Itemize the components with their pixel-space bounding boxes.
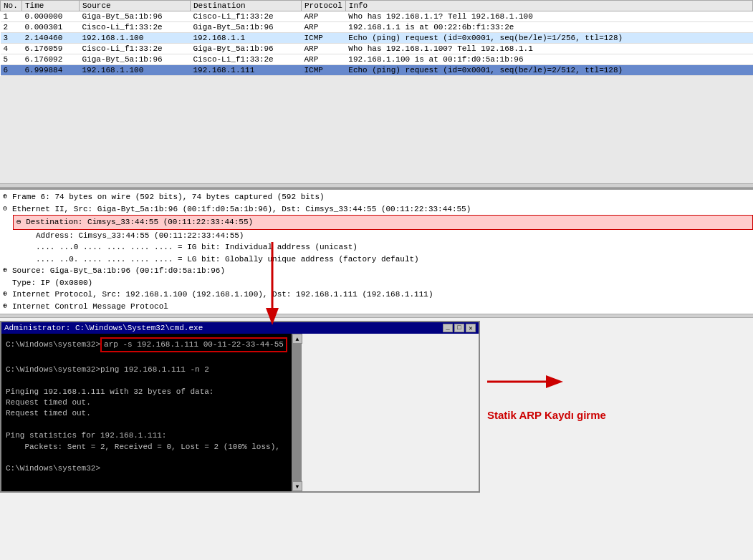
- cmd-line-packets: Packets: Sent = 2, Received = 0, Lost = …: [6, 442, 287, 453]
- table-cell-0: 5: [1, 54, 22, 65]
- table-cell-4: ARP: [302, 11, 346, 22]
- destination-highlight: ⊖ Destination: Cimsys_33:44:55 (00:11:22…: [13, 215, 753, 230]
- table-row[interactable]: 32.140460192.168.1.100192.168.1.1ICMPEch…: [1, 33, 753, 44]
- table-cell-3: Giga-Byt_5a:1b:96: [191, 44, 302, 54]
- table-cell-1: 6.999884: [22, 65, 80, 76]
- frame-detail-text: Frame 6: 74 bytes on wire (592 bits), 74…: [12, 191, 325, 203]
- expand-icon-ip[interactable]: ⊕: [3, 289, 10, 299]
- section-divider-2: [0, 314, 753, 318]
- col-protocol: Protocol: [302, 1, 346, 11]
- table-row[interactable]: 20.000301Cisco-Li_f1:33:2eGiga-Byt_5a:1b…: [1, 22, 753, 33]
- cmd-minimize-button[interactable]: _: [443, 324, 453, 332]
- expand-icon-source[interactable]: ⊕: [3, 265, 10, 276]
- table-cell-4: ARP: [302, 22, 346, 33]
- table-row[interactable]: 56.176092Giga-Byt_5a:1b:96Cisco-Li_f1:33…: [1, 54, 753, 65]
- col-info: Info: [345, 1, 752, 11]
- expand-icon-icmp[interactable]: ⊕: [3, 301, 10, 312]
- cmd-titlebar-buttons: _ □ ✕: [443, 324, 476, 332]
- icmp-detail-text: Internet Control Message Protocol: [12, 301, 168, 313]
- type-detail-line: ⊕ Type: IP (0x0800): [0, 277, 753, 289]
- cmd-window: Administrator: C:\Windows\System32\cmd.e…: [0, 321, 480, 493]
- cmd-body: C:\Windows\system32>arp -s 192.168.1.111…: [1, 334, 292, 491]
- cmd-title: Administrator: C:\Windows\System32\cmd.e…: [4, 324, 203, 332]
- table-row[interactable]: 46.176059Cisco-Li_f1:33:2eGiga-Byt_5a:1b…: [1, 44, 753, 54]
- cmd-arp-command-box: arp -s 192.168.1.111 00-11-22-33-44-55: [100, 337, 287, 352]
- table-cell-4: ARP: [302, 44, 346, 54]
- table-cell-3: 192.168.1.111: [191, 65, 302, 76]
- empty-area: [0, 76, 753, 183]
- table-cell-2: Giga-Byt_5a:1b:96: [80, 54, 191, 65]
- cmd-maximize-button[interactable]: □: [454, 324, 464, 332]
- frame-detail-line[interactable]: ⊕ Frame 6: 74 bytes on wire (592 bits), …: [0, 191, 753, 203]
- table-cell-3: Giga-Byt_5a:1b:96: [191, 22, 302, 33]
- table-cell-0: 6: [1, 65, 22, 76]
- packet-table: No. Time Source Destination Protocol Inf…: [0, 0, 753, 76]
- ip-detail-line[interactable]: ⊕ Internet Protocol, Src: 192.168.1.100 …: [0, 289, 753, 301]
- table-cell-0: 2: [1, 22, 22, 33]
- cmd-line-pinging: Pinging 192.168.1.111 with 32 bytes of d…: [6, 387, 287, 397]
- table-cell-3: Cisco-Li_f1:33:2e: [191, 54, 302, 65]
- cmd-scrollbar[interactable]: ▲ ▼: [292, 334, 302, 491]
- table-cell-4: ARP: [302, 54, 346, 65]
- table-cell-0: 1: [1, 11, 22, 22]
- table-cell-5: Who has 192.168.1.1? Tell 192.168.1.100: [345, 11, 752, 22]
- table-cell-1: 6.176092: [22, 54, 80, 65]
- cmd-close-button[interactable]: ✕: [466, 324, 476, 332]
- table-cell-4: ICMP: [302, 65, 346, 76]
- table-cell-3: 192.168.1.1: [191, 33, 302, 44]
- table-cell-2: 192.168.1.100: [80, 65, 191, 76]
- source-detail-line[interactable]: ⊕ Source: Giga-Byt_5a:1b:96 (00:1f:d0:5a…: [0, 265, 753, 277]
- lg-line: .... ..0. .... .... .... .... = LG bit: …: [13, 254, 753, 266]
- table-cell-0: 3: [1, 33, 22, 44]
- col-source: Source: [80, 1, 191, 11]
- table-cell-2: Cisco-Li_f1:33:2e: [80, 22, 191, 33]
- table-cell-5: Echo (ping) request (id=0x0001, seq(be/l…: [345, 33, 752, 44]
- cmd-container: Administrator: C:\Windows\System32\cmd.e…: [0, 321, 753, 493]
- cmd-annotation: Statik ARP Kaydı girme: [487, 409, 606, 421]
- table-cell-2: Giga-Byt_5a:1b:96: [80, 11, 191, 22]
- type-detail-text: Type: IP (0x0800): [12, 277, 92, 289]
- expand-icon-destination[interactable]: ⊖: [16, 218, 21, 226]
- table-cell-1: 0.000301: [22, 22, 80, 33]
- cmd-line-timeout1: Request timed out.: [6, 397, 287, 408]
- table-cell-0: 4: [1, 44, 22, 54]
- cmd-line-ping: C:\Windows\system32>ping 192.168.1.111 -…: [6, 365, 287, 375]
- col-no: No.: [1, 1, 22, 11]
- cmd-line-final-prompt: C:\Windows\system32>: [6, 463, 287, 474]
- col-time: Time: [22, 1, 80, 11]
- table-cell-5: Who has 192.168.1.100? Tell 192.168.1.1: [345, 44, 752, 54]
- icmp-detail-line[interactable]: ⊕ Internet Control Message Protocol: [0, 301, 753, 313]
- table-cell-1: 6.176059: [22, 44, 80, 54]
- cmd-line-stats: Ping statistics for 192.168.1.111:: [6, 430, 287, 441]
- table-cell-2: Cisco-Li_f1:33:2e: [80, 44, 191, 54]
- table-cell-5: 192.168.1.1 is at 00:22:6b:f1:33:2e: [345, 22, 752, 33]
- destination-detail-text: Destination: Cimsys_33:44:55 (00:11:22:3…: [26, 218, 253, 226]
- address-line: Address: Cimsys_33:44:55 (00:11:22:33:44…: [13, 230, 753, 242]
- cmd-line-arp-prompt: C:\Windows\system32>arp -s 192.168.1.111…: [6, 337, 287, 353]
- table-cell-3: Cisco-Li_f1:33:2e: [191, 11, 302, 22]
- table-row[interactable]: 10.000000Giga-Byt_5a:1b:96Cisco-Li_f1:33…: [1, 11, 753, 22]
- ethernet-detail-line[interactable]: ⊖ Ethernet II, Src: Giga-Byt_5a:1b:96 (0…: [0, 203, 753, 216]
- table-cell-1: 0.000000: [22, 11, 80, 22]
- table-cell-5: Echo (ping) request (id=0x0001, seq(be/l…: [345, 65, 752, 76]
- table-cell-5: 192.168.1.100 is at 00:1f:d0:5a:1b:96: [345, 54, 752, 65]
- table-row[interactable]: 66.999884192.168.1.100192.168.1.111ICMPE…: [1, 65, 753, 76]
- ig-line: .... ...0 .... .... .... .... = IG bit: …: [13, 241, 753, 254]
- cmd-titlebar: Administrator: C:\Windows\System32\cmd.e…: [1, 322, 479, 334]
- table-cell-4: ICMP: [302, 33, 346, 44]
- packet-details: ⊕ Frame 6: 74 bytes on wire (592 bits), …: [0, 188, 753, 314]
- cmd-prompt-1: C:\Windows\system32>: [6, 340, 100, 349]
- ethernet-detail-text: Ethernet II, Src: Giga-Byt_5a:1b:96 (00:…: [12, 203, 471, 216]
- table-cell-1: 2.140460: [22, 33, 80, 44]
- scrollbar-down-button[interactable]: ▼: [292, 481, 302, 491]
- source-detail-text: Source: Giga-Byt_5a:1b:96 (00:1f:d0:5a:1…: [12, 265, 225, 277]
- col-destination: Destination: [191, 1, 302, 11]
- ip-detail-text: Internet Protocol, Src: 192.168.1.100 (1…: [12, 289, 433, 301]
- table-cell-2: 192.168.1.100: [80, 33, 191, 44]
- cmd-line-timeout2: Request timed out.: [6, 408, 287, 419]
- expand-icon-ethernet[interactable]: ⊖: [3, 203, 10, 214]
- scrollbar-track[interactable]: [292, 344, 302, 481]
- arrow-right-svg: [487, 364, 573, 400]
- scrollbar-up-button[interactable]: ▲: [292, 334, 302, 344]
- expand-icon-frame[interactable]: ⊕: [3, 191, 10, 202]
